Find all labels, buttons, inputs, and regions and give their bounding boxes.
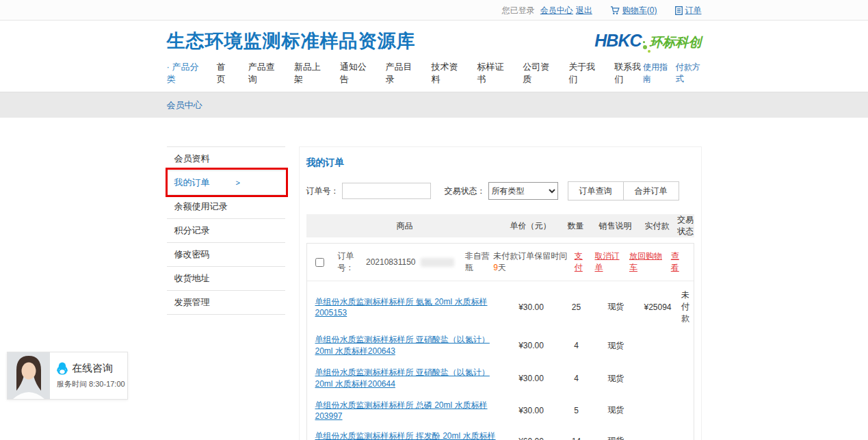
cancel-order-link[interactable]: 取消订单 xyxy=(594,250,622,274)
order-number: 20210831150 xyxy=(366,257,416,267)
product-link[interactable]: 单组份水质监测标样标样所 氨氮 20ml 水质标样2005153 xyxy=(315,297,488,318)
order-no-label: 订单号： xyxy=(306,185,339,197)
order-header-row: 订单号： 20210831150 非自营瓶 未付款订单保留时间9天 支付 取消订… xyxy=(307,244,694,281)
consult-label: 在线咨询 xyxy=(72,362,113,375)
logout-link[interactable]: 退出 xyxy=(576,5,592,16)
trade-status-cell: 未付款 xyxy=(678,289,694,324)
order-item-row: 单组份水质监测标样标样所 亚硝酸盐（以氮计） 20ml 水质标样200644 ¥… xyxy=(307,362,694,395)
product-link[interactable]: 单组份水质监测标样标样所 亚硝酸盐（以氮计） 20ml 水质标样200644 xyxy=(315,367,490,389)
nav-item-company-qualifications[interactable]: 公司资质 xyxy=(523,61,551,86)
sale-note-cell: 现货 xyxy=(594,340,638,352)
return-to-cart-link[interactable]: 放回购物车 xyxy=(629,250,665,274)
order-no-input[interactable] xyxy=(342,183,431,199)
nav-item-announcements[interactable]: 通知公告 xyxy=(340,61,369,86)
payment-deadline-notice: 未付款订单保留时间9天 xyxy=(493,250,568,274)
nav-item-contact-us[interactable]: 联系我们 xyxy=(614,61,643,86)
nav-item-product-category[interactable]: · 产品分类 xyxy=(167,61,200,86)
col-header-unit-price: 单价（元） xyxy=(503,220,558,232)
unit-price-cell: ¥30.00 xyxy=(504,406,559,415)
trade-status-label: 交易状态： xyxy=(445,185,486,197)
orders-panel: 我的订单 订单号： 交易状态： 所有类型 订单查询 合并订单 商品 单价（元） … xyxy=(299,146,702,440)
unit-price-cell: ¥30.00 xyxy=(504,374,559,383)
order-block: 订单号： 20210831150 非自营瓶 未付款订单保留时间9天 支付 取消订… xyxy=(306,243,694,440)
col-header-product: 商品 xyxy=(306,220,503,232)
nav-link-user-guide[interactable]: 使用指南 xyxy=(643,62,669,85)
order-query-button[interactable]: 订单查询 xyxy=(568,181,624,200)
order-warehouse-tag: 非自营瓶 xyxy=(465,250,493,274)
merge-orders-button[interactable]: 合并订单 xyxy=(623,181,679,200)
page-title: 我的订单 xyxy=(306,157,694,169)
orders-table-header: 商品 单价（元） 数量 销售说明 实付款 交易状态 xyxy=(306,214,694,237)
view-order-link[interactable]: 查看 xyxy=(671,250,685,274)
sidebar-item-change-password[interactable]: 修改密码 xyxy=(167,243,285,267)
sidebar-item-member-profile[interactable]: 会员资料 xyxy=(167,147,285,171)
col-header-trade-status: 交易状态 xyxy=(677,214,694,237)
sidebar-item-points-records[interactable]: 积分记录 xyxy=(167,219,285,243)
breadcrumb-band: 会员中心 xyxy=(0,92,868,118)
deadline-days: 9 xyxy=(493,263,498,272)
breadcrumb[interactable]: 会员中心 xyxy=(167,100,202,110)
trade-status-select[interactable]: 所有类型 xyxy=(488,182,558,200)
col-header-sale-note: 销售说明 xyxy=(594,220,637,232)
cart-link[interactable]: 购物车(0) xyxy=(610,5,657,16)
service-hours: 服务时间 8:30-17:00 xyxy=(57,379,125,389)
order-checkbox[interactable] xyxy=(315,258,324,267)
col-header-quantity: 数量 xyxy=(558,220,594,232)
sidebar-item-my-orders[interactable]: 我的订单> xyxy=(167,171,285,195)
quantity-cell: 4 xyxy=(559,374,594,383)
quantity-cell: 14 xyxy=(559,437,594,440)
brand-hbkc-text: HBKC xyxy=(594,31,641,51)
sidebar-item-balance-records[interactable]: 余额使用记录 xyxy=(167,195,285,219)
main-nav: · 产品分类 首页 产品查询 新品上架 通知公告 产品目录 技术资料 标样证书 … xyxy=(167,61,702,92)
quantity-cell: 25 xyxy=(559,302,594,312)
nav-item-new-arrivals[interactable]: 新品上架 xyxy=(294,61,323,86)
nav-item-about-us[interactable]: 关于我们 xyxy=(568,61,597,86)
pay-link[interactable]: 支付 xyxy=(575,250,589,274)
member-center-link[interactable]: 会员中心 xyxy=(540,5,573,16)
online-consult-widget[interactable]: 在线咨询 服务时间 8:30-17:00 xyxy=(7,352,128,400)
order-icon xyxy=(675,6,683,15)
chevron-right-icon: > xyxy=(236,179,240,187)
product-link[interactable]: 单组份水质监测标样标样所 总磷 20ml 水质标样203997 xyxy=(315,400,488,421)
sale-note-cell: 现货 xyxy=(594,435,638,440)
member-sidebar: 会员资料 我的订单> 余额使用记录 积分记录 修改密码 收货地址 发票管理 xyxy=(167,146,285,315)
redacted-order-digits xyxy=(421,258,453,267)
topbar: 您已登录 会员中心退出 购物车(0) 订单 xyxy=(0,0,868,21)
nav-link-payment-methods[interactable]: 付款方式 xyxy=(676,62,702,85)
nav-item-product-catalog[interactable]: 产品目录 xyxy=(386,61,415,86)
product-link[interactable]: 单组份水质监测标样标样所 挥发酚 20ml 水质标样200364 xyxy=(315,431,496,440)
col-header-paid-amount: 实付款 xyxy=(637,220,677,232)
order-item-row: 单组份水质监测标样标样所 氨氮 20ml 水质标样2005153 ¥30.00 … xyxy=(307,285,694,329)
unit-price-cell: ¥30.00 xyxy=(504,302,559,312)
order-item-row: 单组份水质监测标样标样所 挥发酚 20ml 水质标样200364 ¥60.00 … xyxy=(307,426,694,440)
order-items-list: 单组份水质监测标样标样所 氨氮 20ml 水质标样2005153 ¥30.00 … xyxy=(307,281,694,440)
cart-icon xyxy=(610,6,620,15)
sidebar-item-invoice-management[interactable]: 发票管理 xyxy=(167,291,285,315)
quantity-cell: 4 xyxy=(559,341,594,350)
agent-avatar xyxy=(8,352,50,399)
order-number-label: 订单号： xyxy=(338,250,366,274)
sale-note-cell: 现货 xyxy=(594,301,638,313)
order-item-row: 单组份水质监测标样标样所 亚硝酸盐（以氮计） 20ml 水质标样200643 ¥… xyxy=(307,329,694,362)
site-logo[interactable]: 生态环境监测标准样品资源库 xyxy=(167,29,416,53)
product-link[interactable]: 单组份水质监测标样标样所 亚硝酸盐（以氮计） 20ml 水质标样200643 xyxy=(315,335,490,356)
order-item-row: 单组份水质监测标样标样所 总磷 20ml 水质标样203997 ¥30.00 5… xyxy=(307,395,694,426)
order-search-bar: 订单号： 交易状态： 所有类型 订单查询 合并订单 xyxy=(306,181,694,200)
sidebar-item-shipping-address[interactable]: 收货地址 xyxy=(167,267,285,291)
qq-penguin-icon xyxy=(57,362,68,375)
nav-item-home[interactable]: 首页 xyxy=(217,61,231,86)
paid-amount-cell: ¥25094 xyxy=(638,302,678,312)
brand-cn-text: 环标科创 xyxy=(650,34,702,51)
sale-note-cell: 现货 xyxy=(594,373,638,385)
nav-item-certificates[interactable]: 标样证书 xyxy=(477,61,505,86)
logged-in-text: 您已登录 xyxy=(502,5,535,16)
site-header: 生态环境监测标准样品资源库 HBKC 环标科创 · 产品分类 首页 产品查询 新… xyxy=(0,21,868,92)
unit-price-cell: ¥30.00 xyxy=(504,341,559,350)
quantity-cell: 5 xyxy=(559,406,594,415)
unit-price-cell: ¥60.00 xyxy=(504,437,559,440)
orders-link[interactable]: 订单 xyxy=(675,5,702,16)
nav-item-technical-docs[interactable]: 技术资料 xyxy=(431,61,460,86)
brand-logo: HBKC 环标科创 xyxy=(594,31,701,51)
nav-item-product-search[interactable]: 产品查询 xyxy=(248,61,277,86)
sale-note-cell: 现货 xyxy=(594,404,638,416)
